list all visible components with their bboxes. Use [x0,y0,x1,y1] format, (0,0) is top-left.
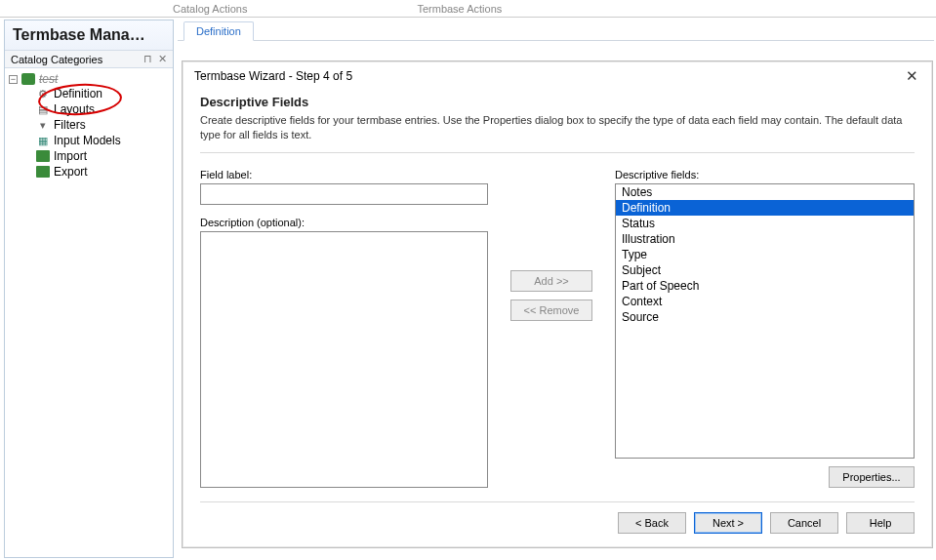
divider [200,152,915,153]
back-button[interactable]: < Back [618,512,686,534]
tree-item-import[interactable]: Import [36,148,169,164]
termbase-wizard-dialog: Termbase Wizard - Step 4 of 5 ✕ Descript… [182,60,933,548]
tree-item-label: Import [54,149,87,163]
gear-icon [36,88,50,100]
description-caption: Description (optional): [200,217,488,228]
catalog-tree: − test Definition Layouts Filters Input … [5,68,173,183]
export-icon [36,166,50,178]
catalog-categories-header: Catalog Categories ⊓ ✕ [5,51,173,68]
database-icon [21,73,35,85]
list-item[interactable]: Context [616,294,914,309]
dialog-body: Descriptive Fields Create descriptive fi… [183,91,932,512]
tree-root[interactable]: − test [9,72,169,86]
pin-icon[interactable]: ⊓ [143,53,152,65]
list-item[interactable]: Status [616,216,914,231]
next-button[interactable]: Next > [694,512,762,534]
left-panel: Termbase Mana… Catalog Categories ⊓ ✕ − … [4,20,174,558]
tree-item-label: Definition [54,87,102,100]
list-item[interactable]: Type [616,247,914,262]
import-icon [36,150,50,162]
description-textarea[interactable] [200,231,488,488]
remove-button[interactable]: << Remove [510,300,592,321]
catalog-categories-label: Catalog Categories [11,54,102,65]
collapse-icon[interactable]: − [9,75,18,84]
tree-item-definition[interactable]: Definition [36,86,169,101]
properties-button[interactable]: Properties... [829,466,915,488]
tree-item-label: Layouts [54,102,95,116]
close-icon[interactable]: ✕ [901,66,922,86]
tree-item-filters[interactable]: Filters [36,117,169,133]
panel-title: Termbase Mana… [5,20,173,51]
close-panel-icon[interactable]: ✕ [158,53,167,65]
right-area: Definition Termbase Wizard - Step 4 of 5… [178,20,934,558]
tree-item-label: Filters [54,118,86,132]
help-button[interactable]: Help [846,512,915,534]
tree-item-export[interactable]: Export [36,164,169,180]
list-item[interactable]: Notes [616,184,914,200]
cancel-button[interactable]: Cancel [770,512,838,534]
descriptive-fields-listbox[interactable]: NotesDefinitionStatusIllustrationTypeSub… [615,183,915,459]
tree-item-label: Export [54,165,88,179]
form-mid: Add >> << Remove [508,169,595,488]
tree-item-input-models[interactable]: Input Models [36,133,169,148]
tree-children: Definition Layouts Filters Input Models … [36,86,169,180]
descriptive-fields-caption: Descriptive fields: [615,169,915,180]
field-label-caption: Field label: [200,169,488,180]
tree-item-layouts[interactable]: Layouts [36,101,169,117]
dialog-heading: Descriptive Fields [200,95,915,109]
list-item[interactable]: Subject [616,262,914,278]
list-item[interactable]: Source [616,309,914,325]
tree-root-label: test [39,72,58,86]
list-item[interactable]: Illustration [616,231,914,247]
list-item[interactable]: Part of Speech [616,278,914,294]
tree-item-label: Input Models [54,134,121,147]
tab-definition[interactable]: Definition [183,21,254,41]
divider-bottom [200,501,915,502]
top-toolbar: Catalog Actions Termbase Actions [0,0,936,18]
catalog-actions-label[interactable]: Catalog Actions [161,3,259,15]
tabstrip: Definition [178,20,934,41]
dialog-footer: < Back Next > Cancel Help [183,512,932,547]
filter-icon [36,119,50,131]
dialog-title: Termbase Wizard - Step 4 of 5 [194,69,352,83]
list-item[interactable]: Definition [616,200,914,216]
models-icon [36,135,50,146]
termbase-actions-label[interactable]: Termbase Actions [405,3,513,15]
form-left: Field label: Description (optional): [200,169,488,488]
dialog-titlebar: Termbase Wizard - Step 4 of 5 ✕ [183,61,932,91]
layout-icon [36,103,50,115]
add-button[interactable]: Add >> [510,270,592,292]
dialog-description: Create descriptive fields for your termb… [200,113,915,142]
form-right: Descriptive fields: NotesDefinitionStatu… [615,169,915,488]
field-label-input[interactable] [200,183,488,205]
form-row: Field label: Description (optional): Add… [200,169,915,488]
